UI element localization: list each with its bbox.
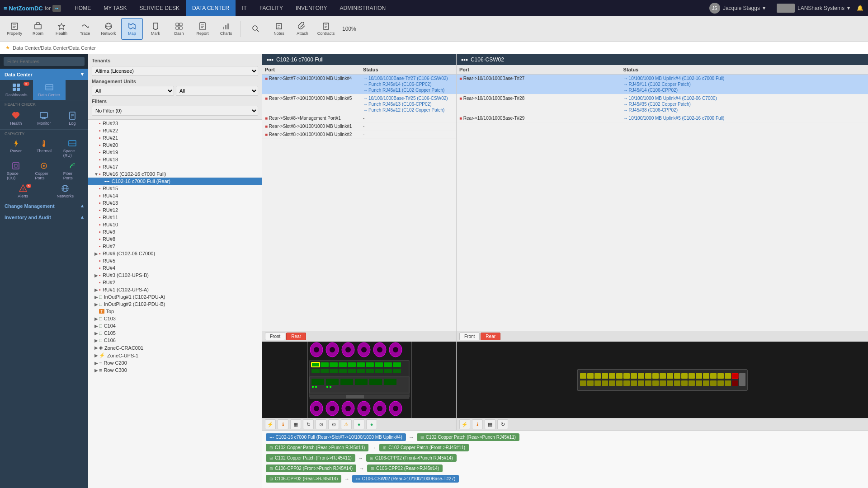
status-link[interactable]: 10/100/1000 MB Uplink#4 (C102-06 C7000) [629, 96, 717, 101]
table-row[interactable]: ■ Rear->10/100/1000Base-T#27 →10/100/100… [457, 75, 868, 94]
path-node[interactable]: ⊞ C102 Copper Patch (Rear->Punch RJ45#11… [417, 433, 519, 441]
sidebar-item-datacenter-icon[interactable]: Data Center [33, 80, 66, 100]
status-link[interactable]: RJ45#35 (C102 Copper Patch) [629, 102, 691, 107]
device-toolbar-right-space-icon[interactable]: ▦ [485, 419, 495, 429]
status-link[interactable]: 10/100/1000 MB Uplink#4 (C102-16 c7000 F… [629, 76, 725, 81]
tree-item-ru13[interactable]: ▪RU#13 [88, 199, 262, 206]
tree-item-c102-16-rear[interactable]: ▪▪▪C102-16 c7000 Full (Rear) [88, 178, 262, 185]
zonec-crac001-toggle-icon[interactable]: ▶ [94, 345, 99, 350]
status-link[interactable]: RJ45#14 (C106-CPP02) [629, 88, 678, 93]
nav-servicedesk[interactable]: SERVICE DESK [133, 0, 186, 16]
mark-button[interactable]: Mark [145, 18, 166, 40]
tree-item-c105[interactable]: ▶□C105 [88, 329, 262, 337]
status-link[interactable]: 10/100/1000Base-T#27 (C106-CSW02) [368, 76, 448, 81]
notifications-icon[interactable]: 🔔 [855, 4, 864, 13]
tree-item-inoutplug1[interactable]: ▶□InOutPlug#1 (C102-PDU-A) [88, 293, 262, 300]
tree-item-ru19[interactable]: ▪RU#19 [88, 149, 262, 156]
tree-item-c104[interactable]: ▶□C104 [88, 322, 262, 329]
ru6-toggle-icon[interactable]: ▶ [94, 251, 99, 256]
tree-item-ru21[interactable]: ▪RU#21 [88, 134, 262, 141]
tree-item-ru12[interactable]: ▪RU#12 [88, 206, 262, 214]
sidebar-change-management[interactable]: Change Management ▴ [0, 200, 88, 211]
table-row[interactable]: ■ Rear->10/100/1000Base-T#29 →10/100/100… [457, 114, 868, 122]
row-c300-toggle-icon[interactable]: ▶ [94, 368, 99, 373]
nav-facility[interactable]: FACILITY [253, 0, 289, 16]
c106-toggle-icon[interactable]: ▶ [94, 338, 99, 343]
search-input[interactable] [4, 57, 85, 66]
c103-toggle-icon[interactable]: ▶ [94, 316, 99, 321]
left-rear-tab[interactable]: Rear [286, 333, 306, 340]
tree-item-ru4[interactable]: ▪RU#4 [88, 264, 262, 272]
nav-administration[interactable]: ADMINISTRATION [333, 0, 392, 16]
path-node[interactable]: ⊞ C102 Copper Patch (Rear->Punch RJ45#11… [266, 444, 368, 451]
ru3-toggle-icon[interactable]: ▶ [94, 273, 99, 278]
sidebar-item-space-ru[interactable]: Space (RU) [63, 139, 81, 158]
tree-item-zonec-crac001[interactable]: ▶◈ZoneC-CRAC001 [88, 344, 262, 352]
path-node[interactable]: ⊞ C102 Copper Patch (Front->RJ45#11) [266, 454, 355, 462]
table-row[interactable]: ■ Rear->Slot#7->10/100/1000 MB Uplink#4 … [262, 75, 456, 94]
status-link[interactable]: Punch RJ45#11 (C102 Copper Patch) [368, 88, 444, 93]
table-row[interactable]: ■ Rear->Slot#7->10/100/1000 MB Uplink#5 … [262, 94, 456, 114]
favorite-icon[interactable]: ★ [5, 45, 10, 51]
sidebar-item-thermal[interactable]: Thermal [35, 139, 53, 158]
inoutplug2-toggle-icon[interactable]: ▶ [94, 302, 99, 307]
path-node[interactable]: ⊞ C106-CPP02 (Rear->RJ45#14) [266, 475, 341, 483]
right-rear-tab[interactable]: Rear [481, 333, 500, 340]
tree-item-ru15[interactable]: ▪RU#15 [88, 185, 262, 192]
nav-mytask[interactable]: MY TASK [97, 0, 133, 16]
health-button[interactable]: Health [51, 18, 72, 40]
path-node[interactable]: ⊞ C106-CPP02 (Rear->RJ45#14) [367, 465, 443, 472]
tree-item-ru2[interactable]: ▪RU#2 [88, 279, 262, 286]
status-link[interactable]: RJ45#11 (C102 Copper Patch) [629, 82, 691, 87]
property-button[interactable]: Property [4, 18, 25, 40]
tree-item-ru10[interactable]: ▪RU#10 [88, 221, 262, 228]
chevron-down-icon[interactable]: ▾ [763, 5, 765, 11]
device-toolbar-thermal-icon[interactable]: 🌡 [278, 419, 288, 429]
dash-button[interactable]: Dash [168, 18, 190, 40]
filters-select[interactable]: No Filter (0) [92, 106, 258, 116]
tree-item-ru18[interactable]: ▪RU#18 [88, 156, 262, 163]
tree-item-ru16[interactable]: ▼▪RU#16 (C102-16 c7000 Full) [88, 170, 262, 178]
tree-item-row-c200[interactable]: ▶≡Row C200 [88, 359, 262, 366]
device-toolbar-right-power-icon[interactable]: ⚡ [459, 419, 470, 429]
status-link[interactable]: RJ45#38 (C106-CPP02) [629, 108, 678, 113]
status-link[interactable]: Punch RJ45#14 (C106-CPP02) [368, 82, 432, 87]
path-node[interactable]: ⊞ C106-CPP02 (Front->Punch RJ45#14) [266, 465, 356, 472]
search-button[interactable] [245, 18, 266, 40]
tree-item-ru11[interactable]: ▪RU#11 [88, 214, 262, 221]
status-link[interactable]: 10/100/1000Base-T#25 (C106-CSW02) [368, 96, 448, 101]
sidebar-item-alerts[interactable]: 5 Alerts [14, 184, 32, 198]
sidebar-item-monitor[interactable]: Monitor [35, 111, 53, 126]
tree-item-ru23[interactable]: ▪RU#23 [88, 120, 262, 127]
right-front-tab[interactable]: Front [459, 333, 480, 340]
c105-toggle-icon[interactable]: ▶ [94, 331, 99, 336]
tree-item-zonec-ups1[interactable]: ▶⚡ZoneC-UPS-1 [88, 352, 262, 359]
map-button[interactable]: Map [121, 18, 143, 40]
report-button[interactable]: Report [192, 18, 213, 40]
inoutplug1-toggle-icon[interactable]: ▶ [94, 295, 99, 300]
row-c200-toggle-icon[interactable]: ▶ [94, 361, 99, 366]
tree-item-ru3[interactable]: ▶▪RU#3 (C102-UPS-B) [88, 272, 262, 279]
tree-item-ru5[interactable]: ▪RU#5 [88, 257, 262, 264]
tree-item-ru9[interactable]: ▪RU#9 [88, 228, 262, 235]
management-units-select1[interactable]: All [92, 86, 174, 96]
zonec-ups1-toggle-icon[interactable]: ▶ [94, 353, 99, 358]
device-toolbar-power-icon[interactable]: ⚡ [265, 419, 276, 429]
ru16-toggle-icon[interactable]: ▼ [94, 172, 99, 177]
sidebar-item-power[interactable]: Power [7, 139, 25, 158]
device-toolbar-status1-icon[interactable]: ● [354, 419, 364, 429]
c104-toggle-icon[interactable]: ▶ [94, 324, 99, 328]
tenants-select[interactable]: Altima (Licensee) [92, 66, 258, 76]
tree-item-ru20[interactable]: ▪RU#20 [88, 141, 262, 149]
ru1-toggle-icon[interactable]: ▶ [94, 287, 99, 292]
nav-datacenter[interactable]: DATA CENTER [186, 0, 236, 16]
table-row[interactable]: ■ Rear->10/100/1000Base-T#28 →10/100/100… [457, 94, 868, 114]
network-button[interactable]: Network [98, 18, 119, 40]
status-link[interactable]: 10/100/1000 MB Uplink#5 (C102-16 c7000 F… [629, 116, 725, 121]
tree-item-ru14[interactable]: ▪RU#14 [88, 192, 262, 199]
left-front-tab[interactable]: Front [265, 333, 285, 340]
tree-item-row-c300[interactable]: ▶≡Row C300 [88, 366, 262, 374]
contracts-button[interactable]: Contracts [315, 18, 337, 40]
device-toolbar-port2-icon[interactable]: ⊙ [328, 419, 339, 429]
device-toolbar-refresh-icon[interactable]: ↻ [303, 419, 314, 429]
